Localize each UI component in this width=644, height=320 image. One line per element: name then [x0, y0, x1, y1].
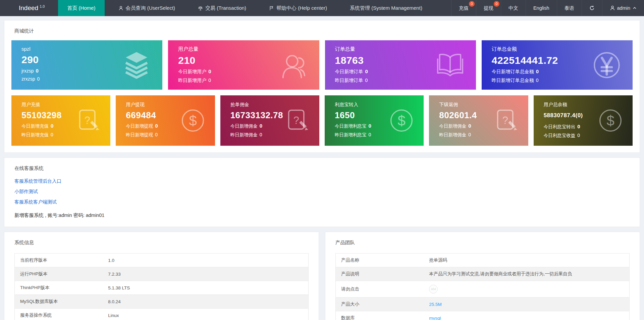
- withdraw-button[interactable]: 提现 0: [476, 0, 501, 16]
- menu-item-label: 帮助中心 (Help center): [276, 5, 327, 11]
- card-line: 昨日新增利息宝0: [335, 132, 424, 138]
- card-line: 今日利息宝转出0: [544, 124, 633, 130]
- mall-statistics-panel: 商城统计 spzl 290 jrxzsp0 zrxzsp0 用户总量 210 今…: [4, 20, 640, 153]
- stat-card-total-order-amount: 订单总金额 422514441.72 今日新增订单总金额0 昨日新增订单总金额0: [482, 40, 633, 90]
- panel-title: 商城统计: [10, 26, 634, 34]
- card-line: 昨日新增佣金0: [230, 132, 319, 138]
- brand-name: Indeed: [19, 4, 38, 12]
- service-admin-entry-link[interactable]: 客服系统管理后台入口: [14, 178, 630, 184]
- card-title: 订单总金额: [492, 46, 633, 52]
- card-line: jrxzsp0: [21, 68, 162, 74]
- bottom-row: 系统信息 当前程序版本1.0 运行PHP版本7.2.33 ThinkPHP版本5…: [4, 232, 640, 320]
- lang-chinese-label: 中文: [508, 5, 518, 11]
- row-label: 请勿点击: [336, 281, 424, 298]
- card-line: 今日新增利息宝0: [335, 123, 424, 129]
- lang-english-label: English: [533, 5, 549, 11]
- card-line: 昨日新增订单0: [335, 78, 476, 84]
- product-team-table: 产品名称抢单源码 产品说明本产品只为学习测试交流,请勿要做商业或者用于违法行为,…: [335, 253, 630, 320]
- table-row: 服务器操作系统Linux: [15, 309, 309, 320]
- page-content: 商城统计 spzl 290 jrxzsp0 zrxzsp0 用户总量 210 今…: [0, 16, 644, 320]
- service-links: 客服系统管理后台入口 小部件测试 客服系统客户端测试: [10, 172, 634, 205]
- navbar-right: 充值 0 提现 0 中文 English 泰语 admin: [451, 0, 644, 16]
- stats-row-1: spzl 290 jrxzsp0 zrxzsp0 用户总量 210 今日新增用户…: [11, 40, 633, 90]
- card-line: 昨日新增订单总金额0: [492, 78, 633, 84]
- row-label: 产品大小: [336, 298, 424, 311]
- row-label: MySQL数据库版本: [15, 295, 103, 309]
- menu-item-system-management[interactable]: 系统管理 (System Management): [341, 0, 431, 16]
- card-title: 订单总量: [335, 46, 476, 52]
- card-line: 今日新增充值0: [21, 123, 110, 129]
- widget-test-link[interactable]: 小部件测试: [14, 189, 630, 195]
- row-value: 8.0.24: [103, 295, 308, 309]
- table-row: MySQL数据库版本8.0.24: [15, 295, 309, 309]
- card-value: 55103298: [21, 110, 110, 121]
- lang-chinese-button[interactable]: 中文: [501, 0, 526, 16]
- stat-card-user-total-balance: 用户总余额 58830787.4(0) 今日利息宝转出0 今日利息宝收益0 $: [534, 95, 633, 146]
- menu-item-home[interactable]: 首页 (Home): [58, 0, 104, 16]
- stat-card-interest-transfer-in: 利息宝转入 1650 今日新增利息宝0 昨日新增利息宝0 $: [325, 95, 424, 146]
- row-label: 运行PHP版本: [15, 267, 103, 281]
- customer-service-panel: 在线客服系统 客服系统管理后台入口 小部件测试 客服系统客户端测试 新增客服系统…: [4, 157, 640, 227]
- scales-icon: [198, 6, 203, 11]
- card-line: 今日利息宝收益0: [544, 133, 633, 139]
- service-client-test-link[interactable]: 客服系统客户端测试: [14, 199, 630, 205]
- card-title: 用户提现: [126, 102, 215, 108]
- row-value: 5.1.38 LTS: [103, 281, 308, 295]
- card-line: 昨日新增充值0: [21, 132, 110, 138]
- user-menu[interactable]: admin: [602, 0, 644, 16]
- lang-english-button[interactable]: English: [526, 0, 557, 16]
- top-navbar: Indeed 1.0 首页 (Home) 会员查询 (UserSelect) 交…: [0, 0, 644, 16]
- menu-item-userselect[interactable]: 会员查询 (UserSelect): [109, 0, 184, 16]
- table-row: 运行PHP版本7.2.33: [15, 267, 309, 281]
- chevron-up-icon: [633, 6, 637, 10]
- row-label: ThinkPHP版本: [15, 281, 103, 295]
- lang-thai-button[interactable]: 泰语: [557, 0, 582, 16]
- card-line: 今日新增佣金0: [439, 123, 528, 129]
- system-info-panel: 系统信息 当前程序版本1.0 运行PHP版本7.2.33 ThinkPHP版本5…: [4, 232, 319, 320]
- card-line: 今日新增用户0: [178, 68, 319, 75]
- row-label: 服务器操作系统: [15, 309, 103, 320]
- stat-card-user-recharge: 用户充值 55103298 今日新增充值0 昨日新增充值0 ?: [11, 95, 110, 146]
- stat-card-order-commission: 抢单佣金 16733132.78 今日新增佣金0 昨日新增佣金0 ?: [220, 95, 319, 146]
- stat-card-spzl: spzl 290 jrxzsp0 zrxzsp0: [11, 40, 162, 90]
- card-value: 422514441.72: [492, 55, 633, 66]
- database-link[interactable]: mysql: [429, 316, 441, 320]
- card-title: 下级返佣: [439, 102, 528, 108]
- stat-card-subordinate-rebate: 下级返佣 802601.4 今日新增佣金0 昨日新增佣金0 ?: [429, 95, 528, 146]
- card-line: 昨日新增用户0: [178, 78, 319, 84]
- menu-item-label: 会员查询 (UserSelect): [126, 5, 175, 11]
- brand-logo: Indeed 1.0: [0, 0, 58, 16]
- menu-item-label: 系统管理 (System Management): [350, 5, 422, 11]
- stats-row-2: 用户充值 55103298 今日新增充值0 昨日新增充值0 ? 用户提现 669…: [11, 95, 633, 146]
- card-value: 290: [21, 54, 162, 65]
- flag-icon: [269, 6, 274, 11]
- table-row: 产品大小25.5M: [336, 298, 630, 311]
- 404-badge[interactable]: 404: [429, 285, 438, 293]
- refresh-button[interactable]: [582, 0, 602, 16]
- row-value: mysql: [424, 311, 629, 320]
- card-line: 今日新增订单总金额0: [492, 68, 633, 75]
- brand-version: 1.0: [40, 4, 45, 8]
- card-value: 18763: [335, 55, 476, 66]
- system-info-table: 当前程序版本1.0 运行PHP版本7.2.33 ThinkPHP版本5.1.38…: [14, 253, 309, 320]
- row-value: 25.5M: [424, 298, 629, 311]
- panel-title: 产品团队: [331, 237, 634, 246]
- menu-item-transaction[interactable]: 交易 (Transaction): [189, 0, 255, 16]
- product-size-link[interactable]: 25.5M: [429, 302, 442, 307]
- main-menu: 首页 (Home) 会员查询 (UserSelect) 交易 (Transact…: [58, 0, 436, 16]
- table-row: 数据库mysql: [336, 311, 630, 320]
- card-title: 利息宝转入: [335, 102, 424, 108]
- table-row: 产品说明本产品只为学习测试交流,请勿要做商业或者用于违法行为,一切后果自负: [336, 267, 630, 281]
- row-label: 数据库: [336, 311, 424, 320]
- stat-card-total-users: 用户总量 210 今日新增用户0 昨日新增用户0: [168, 40, 319, 90]
- user-avatar-icon: [610, 5, 615, 11]
- card-title: spzl: [21, 46, 162, 52]
- menu-item-help-center[interactable]: 帮助中心 (Help center): [260, 0, 336, 16]
- card-title: 用户充值: [21, 102, 110, 108]
- card-value: 16733132.78: [230, 110, 319, 121]
- row-value: 1.0: [103, 254, 308, 267]
- menu-item-label: 交易 (Transaction): [205, 5, 246, 11]
- card-line: 今日新增提现0: [126, 123, 215, 129]
- recharge-button[interactable]: 充值 0: [451, 0, 476, 16]
- panel-title: 在线客服系统: [10, 163, 634, 172]
